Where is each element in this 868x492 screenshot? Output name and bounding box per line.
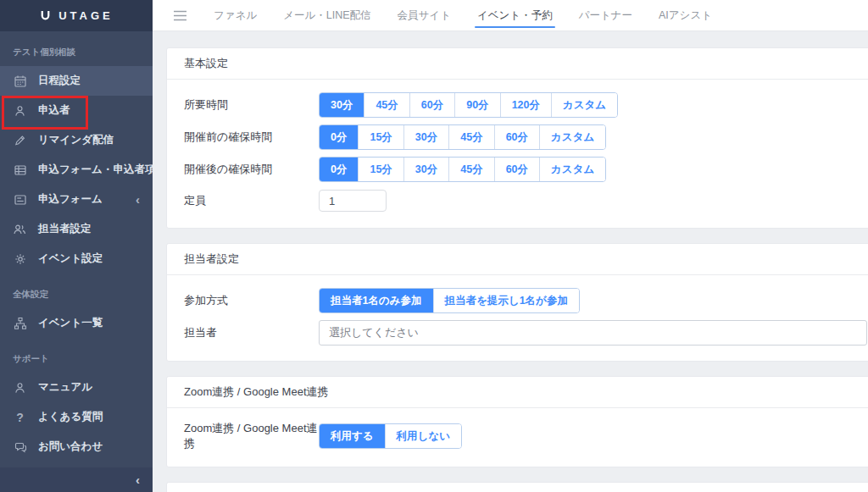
tab-mail-line-delivery[interactable]: メール・LINE配信: [283, 0, 370, 30]
duration-option-button[interactable]: 120分: [501, 93, 552, 117]
buffer-after-option-button[interactable]: 60分: [495, 158, 540, 181]
buffer-after-control: 0分15分30分45分60分カスタム: [319, 157, 606, 182]
buffer-after-option-button[interactable]: カスタム: [540, 158, 605, 181]
row-label: 開催前の確保時間: [184, 130, 319, 145]
duration-option-button[interactable]: 60分: [410, 93, 455, 117]
row-label: 担当者: [184, 325, 319, 340]
buffer-before-option-button[interactable]: 15分: [359, 125, 403, 149]
buffer-after-option-button[interactable]: 15分: [359, 158, 403, 181]
users-icon: [13, 223, 27, 236]
settings-row-zoom-meet-integration: Zoom連携 / Google Meet連携利用する利用しない: [167, 417, 868, 455]
sidebar-item-contact[interactable]: お問い合わせ: [0, 432, 153, 462]
form-icon: [13, 193, 27, 207]
buffer-after-option-button[interactable]: 45分: [449, 158, 494, 181]
duration-option-button[interactable]: カスタム: [552, 93, 617, 117]
sidebar-section-label: 全体設定: [0, 274, 153, 308]
sidebar-section-label: サポート: [0, 338, 153, 373]
row-label: 開催後の確保時間: [184, 162, 319, 177]
sidebar-item-label: 担当者設定: [38, 222, 92, 236]
card-title: 基本設定: [167, 48, 868, 80]
topnav-items: ファネルメール・LINE配信会員サイトイベント・予約パートナーAIアシスト: [214, 0, 712, 30]
sidebar-item-event-settings[interactable]: イベント設定: [0, 244, 153, 274]
card-title: 担当者設定: [167, 244, 868, 275]
chat-icon: [13, 440, 27, 454]
tab-event-booking[interactable]: イベント・予約: [477, 0, 553, 30]
settings-row-staff: 担当者選択してください: [167, 317, 868, 349]
sidebar-item-label: イベント設定: [38, 252, 103, 266]
main-content: 基本設定所要時間30分45分60分90分120分カスタム開催前の確保時間0分15…: [153, 31, 868, 492]
sidebar-item-label: リマインダ配信: [38, 133, 114, 147]
row-label: Zoom連携 / Google Meet連携: [184, 421, 319, 451]
sidebar-item-label: 申込者: [38, 103, 70, 118]
card-basic-settings: 基本設定所要時間30分45分60分90分120分カスタム開催前の確保時間0分15…: [166, 47, 868, 229]
buffer-before-segmented-control: 0分15分30分45分60分カスタム: [319, 124, 606, 150]
sitemap-icon: [13, 317, 27, 330]
hamburger-menu-icon[interactable]: [173, 0, 187, 30]
card-body: Zoom連携 / Google Meet連携利用する利用しない: [167, 408, 868, 467]
buffer-before-option-button[interactable]: 0分: [320, 125, 359, 149]
duration-control: 30分45分60分90分120分カスタム: [319, 92, 618, 118]
duration-option-button[interactable]: 30分: [320, 93, 364, 117]
sidebar-item-reminder-delivery[interactable]: リマインダ配信: [0, 125, 153, 155]
tab-member-site[interactable]: 会員サイト: [398, 0, 451, 30]
user-icon: [13, 104, 27, 118]
capacity-input[interactable]: [319, 190, 387, 212]
card-body: 参加方式担当者1名のみ参加担当者を提示し1名が参加担当者選択してください: [167, 275, 868, 361]
sidebar-item-application-form-items[interactable]: 申込フォーム・申込者項目: [0, 155, 153, 185]
buffer-before-option-button[interactable]: 60分: [495, 125, 540, 149]
duration-option-button[interactable]: 90分: [455, 93, 500, 117]
tab-funnel[interactable]: ファネル: [214, 0, 257, 30]
settings-row-participation-mode: 参加方式担当者1名のみ参加担当者を提示し1名が参加: [167, 285, 868, 317]
buffer-before-option-button[interactable]: 30分: [404, 125, 449, 149]
sidebar-item-manual[interactable]: マニュアル: [0, 373, 153, 402]
app-logo-text: UTAGE: [58, 9, 114, 22]
card-zoom-meet-integration: Zoom連携 / Google Meet連携Zoom連携 / Google Me…: [166, 376, 868, 467]
tab-ai-assist[interactable]: AIアシスト: [659, 0, 712, 30]
calendar-icon: [13, 75, 27, 88]
settings-row-duration: 所要時間30分45分60分90分120分カスタム: [167, 89, 868, 121]
sidebar-item-application-form[interactable]: 申込フォーム‹: [0, 185, 153, 214]
buffer-after-option-button[interactable]: 0分: [320, 158, 359, 181]
staff-select[interactable]: 選択してください: [319, 320, 867, 346]
participation-mode-control: 担当者1名のみ参加担当者を提示し1名が参加: [319, 288, 580, 313]
card-title: 日程設定: [167, 483, 868, 492]
card-staff-settings: 担当者設定参加方式担当者1名のみ参加担当者を提示し1名が参加担当者選択してくださ…: [166, 243, 868, 362]
card-body: 所要時間30分45分60分90分120分カスタム開催前の確保時間0分15分30分…: [167, 80, 868, 228]
staff-control: 選択してください: [319, 320, 868, 346]
participation-mode-option-button[interactable]: 担当者を提示し1名が参加: [434, 289, 579, 312]
zoom-meet-integration-option-button[interactable]: 利用しない: [386, 424, 461, 448]
buffer-after-segmented-control: 0分15分30分45分60分カスタム: [319, 157, 606, 182]
select-placeholder-text: 選択してください: [329, 325, 419, 340]
top-navigation-bar: ファネルメール・LINE配信会員サイトイベント・予約パートナーAIアシスト: [153, 0, 868, 31]
buffer-after-option-button[interactable]: 30分: [404, 158, 449, 181]
sidebar-collapse-button[interactable]: ‹: [0, 467, 153, 492]
sidebar-item-label: お問い合わせ: [38, 439, 103, 454]
card-schedule-settings: 日程設定: [166, 482, 868, 492]
gear-icon: [13, 252, 27, 266]
sidebar-item-applicants[interactable]: 申込者: [0, 96, 153, 125]
sidebar-item-faq[interactable]: ?よくある質問: [0, 402, 153, 432]
sidebar-item-schedule-settings[interactable]: 日程設定: [0, 66, 153, 96]
row-label: 定員: [184, 193, 319, 208]
row-label: 参加方式: [184, 293, 319, 308]
sidebar: UTAGE テスト個別相談日程設定申込者リマインダ配信申込フォーム・申込者項目申…: [0, 0, 153, 492]
row-label: 所要時間: [184, 97, 319, 113]
zoom-meet-integration-option-button[interactable]: 利用する: [320, 424, 386, 448]
tab-partner[interactable]: パートナー: [579, 0, 632, 30]
participation-mode-segmented-control: 担当者1名のみ参加担当者を提示し1名が参加: [319, 288, 580, 313]
sidebar-item-event-list[interactable]: イベント一覧: [0, 308, 153, 338]
settings-row-capacity: 定員: [167, 185, 868, 216]
buffer-before-option-button[interactable]: 45分: [449, 125, 494, 149]
sidebar-section-label: テスト個別相談: [0, 31, 153, 66]
sidebar-item-staff-settings[interactable]: 担当者設定: [0, 214, 153, 244]
chevron-left-icon: ‹: [136, 193, 140, 206]
zoom-meet-integration-control: 利用する利用しない: [319, 423, 462, 449]
card-title: Zoom連携 / Google Meet連携: [167, 377, 868, 408]
capacity-control: [319, 190, 387, 212]
settings-row-buffer-before: 開催前の確保時間0分15分30分45分60分カスタム: [167, 121, 868, 153]
settings-row-buffer-after: 開催後の確保時間0分15分30分45分60分カスタム: [167, 153, 868, 185]
buffer-before-option-button[interactable]: カスタム: [540, 125, 605, 149]
duration-option-button[interactable]: 45分: [364, 93, 409, 117]
participation-mode-option-button[interactable]: 担当者1名のみ参加: [320, 289, 434, 312]
sidebar-sections: テスト個別相談日程設定申込者リマインダ配信申込フォーム・申込者項目申込フォーム‹…: [0, 31, 153, 467]
